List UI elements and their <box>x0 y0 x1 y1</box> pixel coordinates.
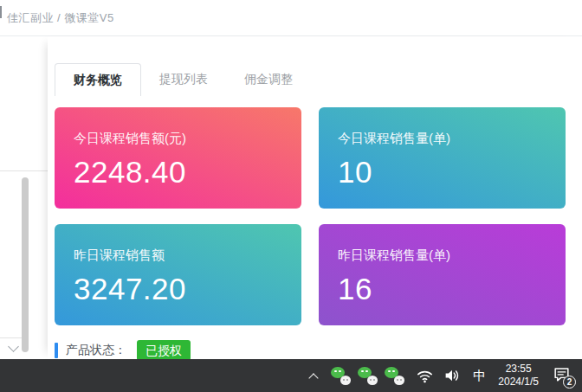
stat-card-yesterday-sales-count: 昨日课程销售量(单) 16 <box>319 224 566 325</box>
window-edge-artifact <box>0 6 2 18</box>
background-divider <box>0 337 23 338</box>
stat-card-today-sales-count: 今日课程销售量(单) 10 <box>319 107 566 209</box>
main-panel: 财务概览 提现列表 佣金调整 今日课程销售额(元) 2248.40 今日课程销售… <box>48 36 582 359</box>
stat-card-value: 2248.40 <box>74 155 301 190</box>
stat-card-today-sales-amount: 今日课程销售额(元) 2248.40 <box>55 107 301 209</box>
system-tray: 中 23:55 2024/1/5 2 <box>310 359 582 392</box>
wechat-icon[interactable] <box>358 367 378 385</box>
background-scrollbar-thumb[interactable] <box>22 177 29 352</box>
header-bar: 佳汇副业 / 微课堂V5 <box>0 0 582 36</box>
stat-card-value: 3247.20 <box>74 272 301 306</box>
taskbar-date: 2024/1/5 <box>498 376 539 389</box>
wechat-bubble <box>367 376 378 385</box>
wechat-icon[interactable] <box>331 367 351 385</box>
stat-card-grid: 今日课程销售额(元) 2248.40 今日课程销售量(单) 10 昨日课程销售额… <box>55 107 582 325</box>
product-status-row: 产品状态： 已授权 <box>55 340 582 361</box>
breadcrumb: 佳汇副业 / 微课堂V5 <box>7 10 114 26</box>
ime-language-indicator[interactable]: 中 <box>473 368 486 384</box>
authorized-status-badge: 已授权 <box>137 340 191 361</box>
stat-card-label: 昨日课程销售额 <box>74 247 301 264</box>
taskbar-time: 23:55 <box>498 363 539 376</box>
stat-card-label: 今日课程销售额(元) <box>74 131 301 147</box>
stat-card-label: 今日课程销售量(单) <box>338 131 566 147</box>
tab-withdrawal-list[interactable]: 提现列表 <box>141 63 226 96</box>
stat-card-value: 10 <box>338 155 566 190</box>
chevron-down-icon <box>9 343 17 351</box>
wechat-icon[interactable] <box>385 367 404 385</box>
stat-card-label: 昨日课程销售量(单) <box>338 247 566 264</box>
tab-commission-adjust[interactable]: 佣金调整 <box>226 63 311 96</box>
product-status-label: 产品状态： <box>66 343 126 358</box>
screen: 佳汇副业 / 微课堂V5 财务概览 提现列表 佣金调整 今日课程销售额(元) 2… <box>0 0 582 392</box>
wechat-bubble <box>340 376 351 385</box>
wifi-icon[interactable] <box>417 369 433 383</box>
stat-card-yesterday-sales-amount: 昨日课程销售额 3247.20 <box>55 224 301 325</box>
volume-icon[interactable] <box>443 368 461 383</box>
notification-count-badge: 2 <box>563 376 576 389</box>
taskbar-clock[interactable]: 23:55 2024/1/5 <box>498 363 539 389</box>
action-center-icon[interactable]: 2 <box>553 366 571 386</box>
status-accent-bar <box>55 343 58 358</box>
windows-taskbar: 中 23:55 2024/1/5 2 <box>0 359 582 392</box>
wechat-bubble <box>394 376 404 385</box>
background-divider <box>0 170 48 171</box>
tab-finance-overview[interactable]: 财务概览 <box>55 63 141 96</box>
chevron-up-icon[interactable] <box>310 373 319 382</box>
tab-bar: 财务概览 提现列表 佣金调整 <box>48 36 582 96</box>
stat-card-value: 16 <box>338 272 566 306</box>
